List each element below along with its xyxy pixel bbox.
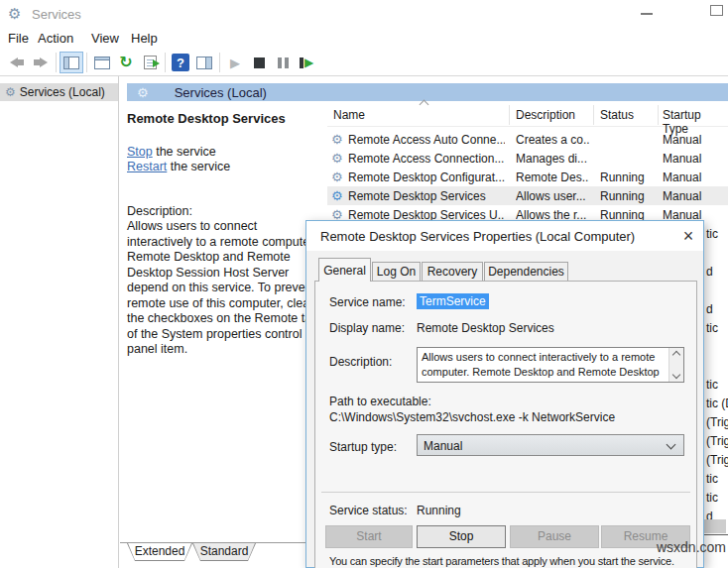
restart-service-suffix: the service bbox=[167, 160, 230, 173]
stop-service-row: Stop the service bbox=[127, 145, 216, 159]
display-name-value: Remote Desktop Services bbox=[417, 321, 554, 335]
general-tab-page: Service name: TermService Display name: … bbox=[314, 281, 697, 568]
scroll-down-icon[interactable] bbox=[672, 371, 680, 379]
tab-log-on[interactable]: Log On bbox=[372, 262, 421, 282]
refresh-icon[interactable]: ↻ bbox=[114, 52, 138, 73]
path-to-executable-value: C:\Windows\System32\svchost.exe -k Netwo… bbox=[329, 410, 615, 424]
partial-startup-type: (Trig bbox=[706, 453, 728, 467]
startup-type-label: Startup type: bbox=[329, 440, 397, 454]
partial-startup-type: tic bbox=[706, 378, 718, 392]
startup-type-dropdown[interactable]: Manual bbox=[417, 434, 684, 456]
service-gear-icon: ⚙ bbox=[331, 132, 343, 147]
column-separator bbox=[658, 105, 659, 125]
cell-description: Manages di... bbox=[516, 152, 589, 166]
watermark: wsxdn.com bbox=[657, 539, 726, 555]
service-gear-icon: ⚙ bbox=[331, 151, 343, 166]
stop-service-icon[interactable] bbox=[247, 52, 271, 73]
partial-startup-type: tic bbox=[706, 227, 718, 241]
tab-recovery[interactable]: Recovery bbox=[422, 262, 483, 282]
cell-startup-type: Manual bbox=[663, 170, 726, 184]
tab-dependencies[interactable]: Dependencies bbox=[484, 262, 568, 282]
selected-service-title: Remote Desktop Services bbox=[127, 111, 286, 126]
close-icon[interactable]: × bbox=[675, 223, 701, 249]
partial-startup-type: tic bbox=[706, 321, 718, 335]
description-text: Allows users to connect interactively to… bbox=[422, 351, 660, 378]
menu-help[interactable]: Help bbox=[131, 31, 158, 46]
forward-icon[interactable] bbox=[29, 52, 53, 73]
column-separator bbox=[509, 105, 510, 125]
stop-service-suffix: the service bbox=[153, 145, 216, 159]
pause-button[interactable]: Pause bbox=[510, 525, 599, 548]
stop-button[interactable]: Stop bbox=[417, 525, 506, 548]
back-icon[interactable] bbox=[5, 52, 29, 73]
scroll-up-icon[interactable] bbox=[672, 351, 680, 359]
restart-service-icon[interactable]: ▶ bbox=[295, 52, 318, 73]
cell-status: Running bbox=[600, 170, 655, 184]
tab-general[interactable]: General bbox=[318, 258, 371, 282]
show-action-pane-icon[interactable] bbox=[192, 52, 216, 73]
tab-standard[interactable]: Standard bbox=[192, 543, 256, 561]
service-name-label: Service name: bbox=[329, 295, 406, 309]
startup-type-value: Manual bbox=[424, 439, 462, 453]
tab-extended-label: Extended bbox=[128, 543, 191, 560]
title-bar: ⚙ Services bbox=[0, 0, 728, 28]
export-list-icon[interactable] bbox=[138, 52, 162, 73]
tree-item-label: Services (Local) bbox=[20, 85, 105, 99]
table-row-selected[interactable]: ⚙ Remote Desktop Services Allows user...… bbox=[327, 186, 728, 205]
cell-description: Remote Des... bbox=[516, 170, 589, 184]
stop-service-link[interactable]: Stop bbox=[127, 145, 153, 159]
tab-extended[interactable]: Extended bbox=[127, 543, 192, 561]
list-header: Name Description Status Startup Type bbox=[327, 103, 728, 127]
service-gear-icon: ⚙ bbox=[331, 188, 343, 203]
partial-startup-type: tic bbox=[706, 491, 718, 505]
cell-startup-type: Manual bbox=[663, 133, 726, 147]
list-bottom-border bbox=[703, 534, 728, 535]
display-name-label: Display name: bbox=[329, 321, 405, 335]
column-separator bbox=[593, 105, 594, 125]
start-button[interactable]: Start bbox=[325, 525, 413, 548]
tab-standard-label: Standard bbox=[193, 543, 255, 560]
help-icon[interactable]: ? bbox=[169, 52, 192, 73]
table-row[interactable]: ⚙ Remote Access Auto Conne... Creates a … bbox=[327, 130, 728, 149]
banner-label: Services (Local) bbox=[175, 85, 267, 100]
toolbar-separator bbox=[165, 53, 166, 72]
services-mmc-window: ⚙ Services File Action View Help ↻ ? ▶ ▶… bbox=[0, 0, 728, 568]
table-row[interactable]: ⚙ Remote Desktop Configurat... Remote De… bbox=[327, 168, 728, 186]
sort-ascending-icon bbox=[420, 100, 429, 110]
partial-startup-type: (Trig bbox=[706, 434, 728, 448]
toolbar-separator bbox=[219, 53, 220, 72]
cell-startup-type: Manual bbox=[663, 152, 726, 166]
cell-name: Remote Desktop Configurat... bbox=[348, 170, 505, 184]
horizontal-scrollbar[interactable] bbox=[703, 519, 726, 533]
dialog-title-bar: Remote Desktop Services Properties (Loca… bbox=[306, 221, 703, 251]
show-console-tree-icon[interactable] bbox=[60, 52, 83, 73]
description-textbox[interactable]: Allows users to connect interactively to… bbox=[417, 347, 684, 383]
column-status[interactable]: Status bbox=[600, 108, 634, 122]
start-service-icon[interactable]: ▶ bbox=[223, 52, 247, 73]
table-row[interactable]: ⚙ Remote Access Connection... Manages di… bbox=[327, 149, 728, 168]
partial-startup-type: d bbox=[706, 265, 713, 279]
column-description[interactable]: Description bbox=[516, 108, 575, 122]
toolbar-separator bbox=[86, 53, 87, 72]
properties-dialog: Remote Desktop Services Properties (Loca… bbox=[305, 220, 704, 568]
column-name[interactable]: Name bbox=[333, 108, 365, 122]
service-status-label: Service status: bbox=[329, 504, 408, 517]
maximize-button[interactable] bbox=[710, 5, 723, 16]
banner-gear-icon: ⚙ bbox=[137, 85, 149, 100]
window-title: Services bbox=[32, 7, 81, 22]
tree-item-services-local[interactable]: ⚙ Services (Local) bbox=[0, 83, 118, 101]
services-app-icon: ⚙ bbox=[8, 5, 21, 23]
description-body: Allows users to connect interactively to… bbox=[127, 219, 323, 358]
properties-icon[interactable] bbox=[90, 52, 114, 73]
menu-view[interactable]: View bbox=[91, 31, 119, 46]
description-label: Description: bbox=[329, 355, 392, 369]
service-name-value[interactable]: TermService bbox=[417, 293, 489, 309]
menu-action[interactable]: Action bbox=[38, 31, 73, 46]
minimize-button[interactable] bbox=[641, 13, 653, 15]
pause-service-icon[interactable] bbox=[271, 52, 295, 73]
description-scrollbar[interactable] bbox=[668, 348, 683, 382]
path-to-executable-label: Path to executable: bbox=[329, 395, 431, 408]
restart-service-link[interactable]: Restart bbox=[127, 160, 167, 173]
menu-file[interactable]: File bbox=[8, 31, 29, 46]
cell-name: Remote Access Auto Conne... bbox=[348, 133, 505, 147]
